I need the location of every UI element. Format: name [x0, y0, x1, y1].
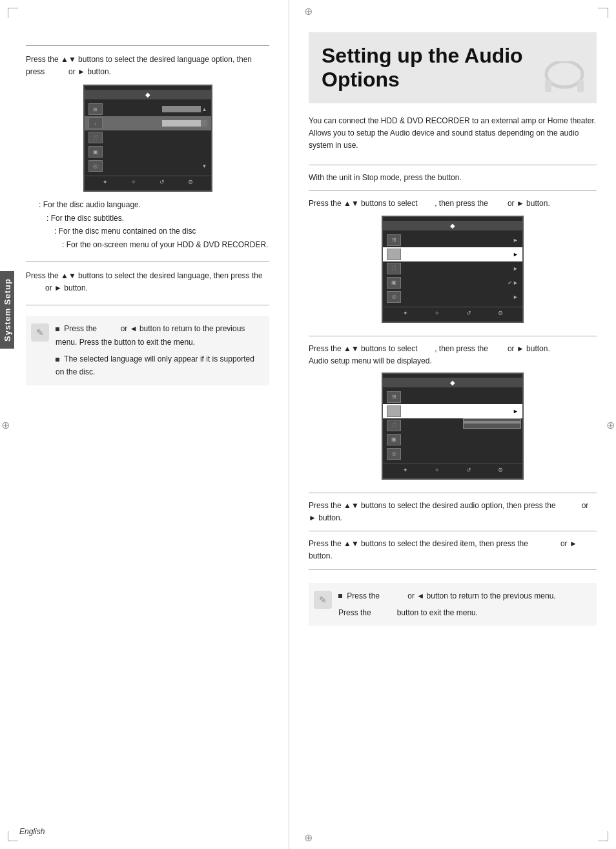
osd-menu-3: ◆ ⊞ ♪ ► 🎵 — [382, 373, 524, 480]
bullet-square-1 — [56, 327, 59, 331]
description-1: You can connect the HDD & DVD RECORDER t… — [309, 115, 597, 127]
title-box: Setting up the AudioOptions — [309, 32, 597, 103]
icon-2-4: ▣ — [387, 277, 401, 289]
osd-menu-1: ◆ ⊞ ▲ ♪ 🎵 — [83, 85, 212, 192]
footer: English — [19, 827, 45, 836]
osd-row-2-1: ⊞ ► — [383, 233, 522, 247]
bullet-list-section: For the disc audio language. For the dis… — [32, 198, 269, 251]
svg-rect-1 — [545, 79, 551, 92]
footer-text: English — [19, 827, 45, 836]
note-box-left: ✎ Press the or ◄ button to return to the… — [26, 316, 269, 385]
bullet-square-2 — [56, 358, 59, 362]
bullet-3: For the disc menu contained on the disc — [39, 225, 269, 238]
right-note-line-2: Press the button to exit the menu. — [338, 606, 591, 619]
osd-row-2-3: 🎵 ► — [383, 261, 522, 276]
osd-menu-2: ◆ ⊞ ► ♪ ► 🎵 ► ▣ — [382, 216, 524, 323]
top-instruction: Press the ▲▼ buttons to select the desir… — [26, 54, 269, 78]
description-section: You can connect the HDD & DVD RECORDER t… — [309, 115, 597, 152]
osd-bottom-1: ✦✧↺⚙ — [85, 176, 211, 185]
step-4-text: Press the ▲▼ buttons to select the desir… — [309, 500, 597, 524]
bullet-1: For the disc audio language. — [39, 198, 269, 211]
bullet-2: For the disc subtitles. — [39, 212, 269, 225]
osd-submenu-3 — [463, 418, 521, 429]
osd-row-3-5: ◎ — [383, 447, 522, 461]
icon-screen: ▣ — [88, 146, 103, 158]
bullet-square-r1 — [338, 594, 342, 598]
step-4: Press the ▲▼ buttons to select the desir… — [309, 493, 597, 531]
icon-subtitle: ♪ — [88, 118, 103, 129]
right-column: Setting up the AudioOptions You can conn… — [289, 0, 616, 849]
right-note-line-1: Press the or ◄ button to return to the p… — [338, 589, 591, 602]
osd-row-1-5: ◎ ▼ — [85, 159, 211, 173]
step-2-text: Press the ▲▼ buttons to select , then pr… — [309, 198, 597, 210]
description-2: Allows you to setup the Audio device and… — [309, 127, 597, 152]
icon-3-5: ◎ — [387, 448, 401, 460]
osd-bottom-3: ✦✧↺⚙ — [383, 464, 522, 473]
left-column: Press the ▲▼ buttons to select the desir… — [0, 0, 289, 849]
icon-3-1: ⊞ — [387, 391, 401, 403]
note-content-left: Press the or ◄ button to return to the p… — [56, 322, 264, 379]
note-separator — [309, 569, 597, 570]
note-icon-left: ✎ — [31, 323, 49, 342]
step-5-text: Press the ▲▼ buttons to select the desir… — [309, 538, 597, 562]
osd-row-3-2: ♪ ► — [383, 404, 522, 418]
svg-point-0 — [546, 61, 582, 87]
icon-3-3: 🎵 — [387, 420, 401, 431]
mid-separator-2 — [26, 305, 269, 305]
icon-disc: ⊞ — [88, 103, 103, 115]
icon-audio: ◎ — [88, 160, 103, 172]
top-section: Press the ▲▼ buttons to select the desir… — [26, 45, 269, 192]
step-3-text: Press the ▲▼ buttons to select , then pr… — [309, 343, 597, 367]
svg-rect-2 — [577, 79, 584, 92]
note-bullet-2: The selected language will only appear i… — [56, 353, 264, 379]
osd-row-1-4: ▣ — [85, 145, 211, 159]
osd-title-bar-1: ◆ — [85, 90, 211, 99]
icon-3-2: ♪ — [387, 405, 401, 417]
step-5: Press the ▲▼ buttons to select the desir… — [309, 531, 597, 569]
icon-menu: 🎵 — [88, 132, 103, 143]
osd-row-2-2: ♪ ► — [383, 247, 522, 261]
note-bullet-1: Press the or ◄ button to return to the p… — [56, 322, 264, 349]
osd-row-1-3: 🎵 — [85, 130, 211, 145]
note-icon-right: ✎ — [314, 591, 332, 609]
icon-3-4: ▣ — [387, 434, 401, 445]
icon-2-2: ♪ — [387, 249, 401, 260]
mid-instruction: Press the ▲▼ buttons to select the desir… — [26, 270, 269, 294]
osd-title-bar-2: ◆ — [383, 221, 522, 230]
osd-row-2-5: ◎ ► — [383, 290, 522, 304]
bullet-4: For the on-screen menu of your HDD & DVD… — [39, 238, 269, 251]
icon-2-3: 🎵 — [387, 263, 401, 274]
osd-bottom-2: ✦✧↺⚙ — [383, 307, 522, 316]
step-1-text: With the unit in Stop mode, press the bu… — [309, 172, 597, 184]
icon-2-1: ⊞ — [387, 234, 401, 246]
osd-title-bar-3: ◆ — [383, 378, 522, 387]
step-2: Press the ▲▼ buttons to select , then pr… — [309, 190, 597, 335]
note-content-right: Press the or ◄ button to return to the p… — [338, 589, 591, 620]
icon-2-5: ◎ — [387, 291, 401, 303]
bullet-list: For the disc audio language. For the dis… — [32, 198, 269, 251]
osd-row-1-1: ⊞ ▲ — [85, 102, 211, 116]
osd-row-1-2: ♪ — [85, 116, 211, 130]
osd-row-3-4: ▣ — [383, 433, 522, 447]
mid-separator — [26, 261, 269, 262]
osd-row-2-4: ▣ ✔ ► — [383, 276, 522, 290]
top-separator-line — [26, 45, 269, 46]
step-1: With the unit in Stop mode, press the bu… — [309, 165, 597, 190]
osd-row-3-1: ⊞ — [383, 390, 522, 404]
headphone-icon — [539, 61, 590, 100]
step-3: Press the ▲▼ buttons to select , then pr… — [309, 336, 597, 493]
note-box-right: ✎ Press the or ◄ button to return to the… — [309, 583, 597, 626]
